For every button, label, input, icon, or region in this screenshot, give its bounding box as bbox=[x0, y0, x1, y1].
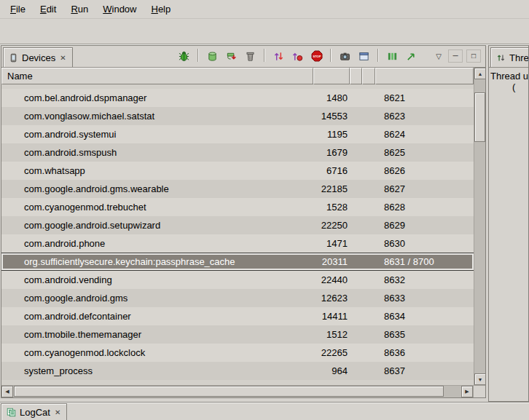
tab-threads-label: Threads bbox=[509, 52, 529, 63]
cell-port: 8621 bbox=[375, 92, 474, 103]
cell-pid: 22440 bbox=[313, 274, 350, 285]
column-header-port[interactable] bbox=[375, 68, 474, 84]
cell-pid: 1471 bbox=[313, 238, 350, 249]
systrace-icon[interactable] bbox=[384, 48, 401, 64]
cell-pid: 22185 bbox=[313, 183, 350, 194]
threads-message: Thread up ( bbox=[489, 68, 528, 95]
cause-gc-icon[interactable] bbox=[242, 48, 259, 64]
column-header-pid[interactable] bbox=[313, 68, 350, 84]
cell-pid: 964 bbox=[313, 365, 350, 376]
cell-pid: 20311 bbox=[313, 256, 350, 267]
stop-icon-label: STOP bbox=[313, 55, 321, 58]
cell-name: com.tmobile.thememanager bbox=[1, 329, 313, 340]
cell-port: 8626 bbox=[375, 165, 474, 176]
table-row[interactable]: com.android.smspush 1679 8625 bbox=[1, 143, 474, 162]
column-header-4[interactable] bbox=[362, 68, 375, 84]
table-row[interactable]: com.cyanogenmod.trebuchet 1528 8628 bbox=[1, 198, 474, 216]
scroll-down-icon[interactable]: ▼ bbox=[474, 373, 486, 385]
menu-edit[interactable]: Edit bbox=[33, 1, 63, 17]
table-row[interactable]: com.google.android.gms 12623 8633 bbox=[1, 289, 474, 307]
tab-logcat-close-icon[interactable]: ✕ bbox=[54, 408, 61, 416]
threads-tabrow: Threads bbox=[489, 46, 528, 68]
toolbar-separator bbox=[330, 49, 332, 62]
debug-process-icon[interactable] bbox=[176, 48, 192, 64]
cell-port: 8625 bbox=[375, 147, 474, 158]
table-row[interactable]: com.tmobile.thememanager 1512 8635 bbox=[1, 325, 474, 344]
scroll-right-icon[interactable]: ▶ bbox=[461, 386, 473, 397]
tab-logcat[interactable]: LogCat ✕ bbox=[1, 403, 67, 420]
cell-port: 8631 / 8700 bbox=[375, 256, 474, 267]
cell-name: com.android.vending bbox=[1, 274, 313, 285]
tab-devices[interactable]: Devices ✕ bbox=[3, 47, 73, 67]
tab-devices-close-icon[interactable]: ✕ bbox=[59, 54, 66, 62]
threads-message-line1: Thread up bbox=[490, 71, 527, 82]
update-threads-icon[interactable] bbox=[270, 48, 287, 64]
tab-threads[interactable]: Threads bbox=[490, 47, 529, 67]
threads-message-line2: ( bbox=[490, 82, 527, 92]
table-row[interactable]: com.android.defcontainer 14411 8634 bbox=[1, 307, 474, 325]
threads-icon bbox=[496, 53, 506, 63]
scroll-left-icon[interactable]: ◀ bbox=[1, 386, 13, 397]
scroll-up-icon[interactable]: ▲ bbox=[474, 68, 486, 79]
cell-pid: 22265 bbox=[313, 347, 350, 358]
start-method-profiling-icon[interactable] bbox=[289, 48, 306, 64]
menu-file[interactable]: File bbox=[3, 1, 33, 17]
toolbar-separator bbox=[264, 49, 265, 62]
screen-capture-icon[interactable] bbox=[337, 48, 353, 64]
table-row[interactable]: com.google.android.gms.wearable 22185 86… bbox=[1, 180, 474, 198]
cell-name: com.google.android.gms.wearable bbox=[1, 183, 313, 194]
cell-name: com.cyanogenmod.lockclock bbox=[1, 347, 313, 358]
cell-pid: 6716 bbox=[313, 165, 350, 176]
horizontal-scroll-track[interactable] bbox=[13, 386, 461, 397]
vertical-scroll-track[interactable] bbox=[474, 79, 485, 373]
table-row[interactable]: com.android.vending 22440 8632 bbox=[1, 271, 474, 289]
cell-port: 8636 bbox=[375, 347, 474, 358]
table-row[interactable]: org.sufficientlysecure.keychain:passphra… bbox=[1, 253, 474, 271]
cell-pid: 1480 bbox=[313, 92, 350, 103]
view-hierarchy-icon[interactable] bbox=[356, 48, 372, 64]
cell-pid: 12623 bbox=[313, 293, 350, 304]
table-row[interactable]: com.vonglasow.michael.satstat 14553 8623 bbox=[1, 107, 474, 125]
menu-help[interactable]: Help bbox=[144, 1, 178, 17]
cell-port: 8628 bbox=[375, 202, 474, 213]
view-menu-icon[interactable]: ▽ bbox=[433, 52, 444, 60]
cell-name: com.bel.android.dspmanager bbox=[1, 92, 313, 103]
cell-name: com.android.phone bbox=[1, 238, 313, 249]
toolbar-separator bbox=[377, 49, 379, 62]
dump-hprof-icon[interactable] bbox=[223, 48, 240, 64]
horizontal-scrollbar[interactable]: ◀ ▶ bbox=[1, 385, 485, 397]
vertical-scroll-thumb[interactable] bbox=[474, 92, 485, 142]
ddms-window: File Edit Run Window Help Devices ✕ bbox=[0, 0, 529, 420]
cell-port: 8635 bbox=[375, 329, 474, 340]
column-header-name[interactable]: Name bbox=[1, 68, 313, 84]
workspace: Devices ✕ bbox=[0, 45, 529, 402]
column-header-3[interactable] bbox=[350, 68, 362, 84]
table-header: Name bbox=[1, 68, 474, 84]
table-row[interactable]: system_process 964 8637 bbox=[1, 362, 474, 380]
update-heap-icon[interactable] bbox=[204, 48, 221, 64]
maximize-icon[interactable]: □ bbox=[466, 49, 481, 63]
scrollbar-corner bbox=[473, 386, 485, 397]
cell-name: com.android.smspush bbox=[1, 147, 313, 158]
horizontal-scroll-thumb[interactable] bbox=[14, 386, 444, 397]
table-row[interactable]: com.google.android.setupwizard 22250 862… bbox=[1, 216, 474, 234]
logcat-icon bbox=[7, 408, 16, 417]
cell-port: 8630 bbox=[375, 238, 474, 249]
table-row[interactable]: com.android.phone 1471 8630 bbox=[1, 234, 474, 253]
devices-panel: Devices ✕ bbox=[1, 45, 486, 398]
column-header-name-label: Name bbox=[7, 71, 33, 82]
table-row[interactable]: com.android.systemui 1195 8624 bbox=[1, 125, 474, 143]
toolbar-separator bbox=[197, 49, 199, 62]
table-row[interactable]: com.bel.android.dspmanager 1480 8621 bbox=[1, 89, 474, 107]
menu-run[interactable]: Run bbox=[63, 1, 95, 17]
cell-name: com.cyanogenmod.trebuchet bbox=[1, 202, 313, 213]
minimize-icon[interactable]: ─ bbox=[448, 49, 463, 63]
table-row[interactable]: com.whatsapp 6716 8626 bbox=[1, 162, 474, 180]
vertical-scrollbar[interactable]: ▲ ▼ bbox=[474, 68, 485, 385]
device-icon bbox=[9, 53, 18, 63]
opengl-trace-icon[interactable] bbox=[403, 48, 420, 64]
devices-toolbar: STOP ▽ bbox=[176, 48, 485, 67]
menu-window[interactable]: Window bbox=[95, 1, 144, 17]
table-row[interactable]: com.cyanogenmod.lockclock 22265 8636 bbox=[1, 344, 474, 362]
stop-process-icon[interactable]: STOP bbox=[308, 48, 325, 64]
